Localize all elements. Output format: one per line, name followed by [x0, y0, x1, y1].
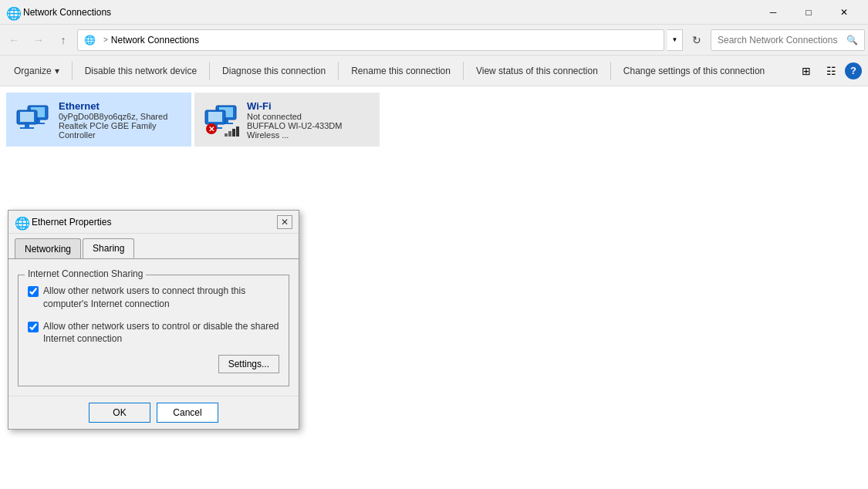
tab-networking[interactable]: Networking — [15, 238, 81, 258]
disable-button[interactable]: Disable this network device — [77, 59, 204, 83]
title-bar: 🌐 Network Connections ─ □ ✕ — [0, 0, 868, 25]
checkbox1-row: Allow other network users to connect thr… — [28, 285, 279, 311]
up-button[interactable]: ↑ — [52, 29, 74, 51]
settings-btn-row: Settings... — [28, 355, 279, 373]
search-input[interactable] — [718, 35, 846, 46]
search-box[interactable]: 🔍 — [711, 29, 865, 51]
ethernet-connection[interactable]: Ethernet 0yPgDo0B8yo6qz6z, Shared Realte… — [6, 93, 191, 147]
dialog-title: Ethernet Properties — [32, 217, 277, 228]
wifi-info: Wi-Fi Not connected BUFFALO WI-U2-433DM … — [247, 100, 372, 140]
dialog-body: Internet Connection Sharing Allow other … — [8, 259, 299, 396]
settings-button[interactable]: Settings... — [218, 355, 279, 373]
forward-button[interactable]: → — [28, 29, 49, 51]
dialog-footer: OK Cancel — [8, 396, 299, 429]
path-separator: > — [103, 35, 108, 44]
ethernet-properties-dialog: 🌐 Ethernet Properties ✕ Networking Shari… — [8, 210, 299, 430]
checkbox1-label: Allow other network users to connect thr… — [43, 285, 279, 311]
back-button[interactable]: ← — [3, 29, 25, 51]
ethernet-detail1: 0yPgDo0B8yo6qz6z, Shared — [59, 112, 184, 121]
content-area: Ethernet 0yPgDo0B8yo6qz6z, Shared Realte… — [0, 86, 868, 489]
toolbar-right: ⊞ ☷ ? — [795, 60, 862, 82]
tab-networking-label: Networking — [25, 244, 71, 255]
path-text: Network Connections — [111, 35, 199, 46]
toolbar-separator-1 — [72, 62, 73, 80]
svg-rect-7 — [20, 127, 34, 129]
view-toggle-button[interactable]: ☷ — [820, 60, 842, 82]
toolbar-separator-5 — [610, 62, 611, 80]
organize-button[interactable]: Organize ▾ — [6, 59, 67, 83]
toolbar: Organize ▾ Disable this network device D… — [0, 56, 868, 86]
address-bar: ← → ↑ 🌐 > Network Connections ▼ ↻ 🔍 — [0, 25, 868, 56]
ethernet-info: Ethernet 0yPgDo0B8yo6qz6z, Shared Realte… — [59, 100, 184, 140]
toolbar-separator-3 — [338, 62, 339, 80]
svg-text:✕: ✕ — [208, 125, 214, 133]
view-status-button[interactable]: View status of this connection — [468, 59, 606, 83]
toolbar-separator-4 — [463, 62, 464, 80]
refresh-button[interactable]: ↻ — [686, 29, 708, 51]
checkbox2[interactable] — [28, 322, 39, 332]
svg-rect-13 — [208, 112, 222, 122]
organize-label: Organize — [14, 66, 52, 76]
main-window: 🌐 Network Connections ─ □ ✕ ← → ↑ 🌐 > Ne… — [0, 0, 868, 489]
ethernet-detail2: Realtek PCIe GBE Family Controller — [59, 121, 184, 140]
wifi-connection[interactable]: ✕ Wi-Fi Not connected BUFFALO WI-U2-433D… — [194, 93, 380, 147]
address-dropdown[interactable]: ▼ — [667, 29, 683, 51]
address-path[interactable]: 🌐 > Network Connections — [77, 29, 664, 51]
change-settings-button[interactable]: Change settings of this connection — [616, 59, 772, 83]
ok-button[interactable]: OK — [89, 403, 150, 423]
svg-rect-5 — [20, 112, 34, 122]
wifi-name: Wi-Fi — [247, 100, 372, 112]
checkbox1[interactable] — [28, 286, 39, 297]
path-icon: 🌐 — [84, 35, 96, 46]
diagnose-button[interactable]: Diagnose this connection — [214, 59, 333, 83]
cancel-button[interactable]: Cancel — [157, 403, 218, 423]
group-box-legend: Internet Connection Sharing — [25, 268, 146, 279]
dialog-icon: 🌐 — [15, 216, 27, 228]
wifi-icon: ✕ — [202, 101, 239, 138]
minimize-button[interactable]: ─ — [755, 0, 791, 25]
wifi-detail1: Not connected — [247, 112, 372, 121]
ethernet-icon — [14, 101, 51, 138]
tab-sharing-label: Sharing — [93, 243, 124, 254]
window-icon: 🌐 — [6, 6, 19, 19]
organize-arrow: ▾ — [55, 66, 59, 76]
svg-rect-6 — [25, 124, 29, 127]
dialog-title-bar: 🌐 Ethernet Properties ✕ — [8, 211, 299, 234]
rename-button[interactable]: Rename this connection — [343, 59, 458, 83]
help-button[interactable]: ? — [845, 62, 862, 79]
ics-group-box: Internet Connection Sharing Allow other … — [18, 275, 289, 386]
checkbox2-label: Allow other network users to control or … — [43, 320, 279, 346]
toolbar-separator-2 — [209, 62, 210, 80]
close-button[interactable]: ✕ — [826, 0, 862, 25]
dialog-tabs: Networking Sharing — [8, 234, 299, 259]
wifi-detail2: BUFFALO WI-U2-433DM Wireless ... — [247, 121, 372, 140]
checkbox2-row: Allow other network users to control or … — [28, 320, 279, 346]
view-options-button[interactable]: ⊞ — [795, 60, 817, 82]
ethernet-name: Ethernet — [59, 100, 184, 112]
window-controls: ─ □ ✕ — [755, 0, 862, 25]
dialog-close-button[interactable]: ✕ — [277, 215, 292, 229]
search-icon: 🔍 — [846, 35, 858, 46]
tab-sharing[interactable]: Sharing — [83, 238, 134, 258]
maximize-button[interactable]: □ — [791, 0, 826, 25]
window-title: Network Connections — [23, 7, 755, 18]
